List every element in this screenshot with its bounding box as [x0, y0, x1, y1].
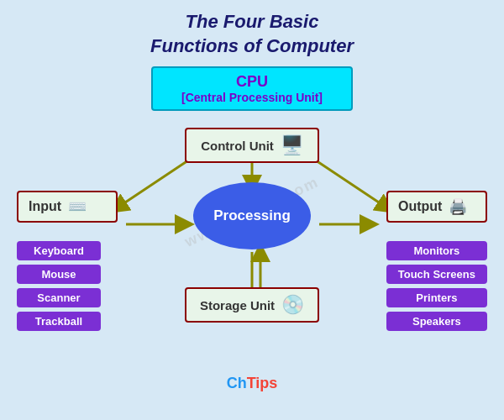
- input-box: Input ⌨️: [17, 191, 118, 223]
- output-label: Output: [398, 199, 442, 214]
- title-block: The Four Basic Functions of Computer: [0, 0, 504, 58]
- footer: ChTips: [0, 371, 504, 392]
- cpu-box: CPU [Central Processing Unit]: [151, 66, 353, 111]
- svg-line-2: [118, 157, 193, 207]
- keyboard-icon: ⌨️: [68, 197, 87, 216]
- input-items-list: KeyboardMouseScannerTrackball: [17, 241, 101, 331]
- disk-icon: 💿: [281, 294, 304, 316]
- output-item: Touch Screens: [386, 265, 487, 284]
- brand-ch: Ch: [227, 375, 247, 391]
- computer-icon: 🖥️: [281, 134, 303, 156]
- brand-tips: Tips: [247, 375, 278, 391]
- control-unit-label: Control Unit: [201, 139, 274, 153]
- output-item: Printers: [386, 288, 487, 307]
- input-item: Trackball: [17, 312, 101, 331]
- output-items-list: MonitorsTouch ScreensPrintersSpeakers: [386, 241, 487, 331]
- output-item: Speakers: [386, 312, 487, 331]
- cpu-title: CPU: [161, 73, 343, 91]
- processing-label: Processing: [213, 207, 291, 224]
- input-label: Input: [29, 199, 61, 214]
- processing-box: Processing: [193, 182, 311, 249]
- control-unit-box: Control Unit 🖥️: [185, 128, 319, 163]
- svg-line-3: [311, 157, 386, 207]
- title-line1: The Four Basic: [0, 10, 504, 34]
- output-box: Output 🖨️: [386, 191, 487, 223]
- storage-label: Storage Unit: [200, 298, 275, 312]
- main-area: www.chTips.com Control Unit 🖥️: [0, 111, 504, 371]
- title-line2: Functions of Computer: [0, 34, 504, 59]
- printer-icon: 🖨️: [449, 197, 467, 216]
- output-item: Monitors: [386, 241, 487, 260]
- input-item: Scanner: [17, 288, 101, 307]
- input-item: Mouse: [17, 265, 101, 284]
- storage-unit-box: Storage Unit 💿: [185, 287, 319, 323]
- brand: ChTips: [227, 375, 278, 391]
- cpu-sub: [Central Processing Unit]: [161, 91, 343, 104]
- input-item: Keyboard: [17, 241, 101, 260]
